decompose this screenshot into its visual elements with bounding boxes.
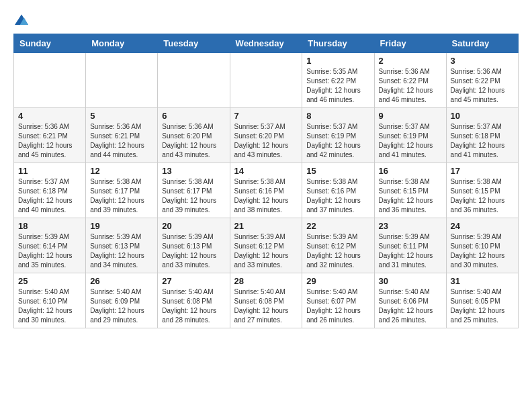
day-info: Sunrise: 5:40 AM Sunset: 6:06 PM Dayligh… xyxy=(379,287,442,325)
day-number: 28 xyxy=(234,276,298,286)
calendar-cell: 17Sunrise: 5:38 AM Sunset: 6:15 PM Dayli… xyxy=(446,163,518,218)
day-info: Sunrise: 5:40 AM Sunset: 6:05 PM Dayligh… xyxy=(451,287,514,325)
calendar-cell: 31Sunrise: 5:40 AM Sunset: 6:05 PM Dayli… xyxy=(446,273,518,328)
day-number: 29 xyxy=(306,276,369,286)
day-info: Sunrise: 5:38 AM Sunset: 6:16 PM Dayligh… xyxy=(234,177,298,215)
day-number: 7 xyxy=(234,111,298,121)
day-info: Sunrise: 5:37 AM Sunset: 6:19 PM Dayligh… xyxy=(306,122,369,160)
logo-icon xyxy=(13,13,30,27)
calendar-cell: 19Sunrise: 5:39 AM Sunset: 6:13 PM Dayli… xyxy=(86,218,158,273)
day-info: Sunrise: 5:39 AM Sunset: 6:12 PM Dayligh… xyxy=(234,232,298,270)
calendar-cell: 23Sunrise: 5:39 AM Sunset: 6:11 PM Dayli… xyxy=(374,218,446,273)
calendar-cell: 18Sunrise: 5:39 AM Sunset: 6:14 PM Dayli… xyxy=(14,218,86,273)
page-header xyxy=(13,13,519,27)
calendar-cell: 7Sunrise: 5:37 AM Sunset: 6:20 PM Daylig… xyxy=(230,108,302,163)
day-number: 12 xyxy=(90,166,153,176)
calendar-cell: 16Sunrise: 5:38 AM Sunset: 6:15 PM Dayli… xyxy=(374,163,446,218)
weekday-header-thursday: Thursday xyxy=(302,34,374,53)
weekday-header-saturday: Saturday xyxy=(446,34,518,53)
day-number: 23 xyxy=(379,221,442,231)
day-info: Sunrise: 5:39 AM Sunset: 6:13 PM Dayligh… xyxy=(162,232,225,270)
day-number: 21 xyxy=(234,221,298,231)
day-number: 4 xyxy=(18,111,81,121)
day-number: 19 xyxy=(90,221,153,231)
day-info: Sunrise: 5:37 AM Sunset: 6:18 PM Dayligh… xyxy=(451,122,514,160)
day-number: 30 xyxy=(379,276,442,286)
calendar-cell: 11Sunrise: 5:37 AM Sunset: 6:18 PM Dayli… xyxy=(14,163,86,218)
day-info: Sunrise: 5:36 AM Sunset: 6:20 PM Dayligh… xyxy=(162,122,225,160)
calendar-week-row: 11Sunrise: 5:37 AM Sunset: 6:18 PM Dayli… xyxy=(14,163,519,218)
day-number: 2 xyxy=(379,56,442,66)
day-info: Sunrise: 5:40 AM Sunset: 6:10 PM Dayligh… xyxy=(18,287,81,325)
day-number: 10 xyxy=(451,111,514,121)
logo xyxy=(13,13,32,27)
calendar-cell: 10Sunrise: 5:37 AM Sunset: 6:18 PM Dayli… xyxy=(446,108,518,163)
day-number: 27 xyxy=(162,276,225,286)
day-number: 14 xyxy=(234,166,298,176)
calendar-cell: 8Sunrise: 5:37 AM Sunset: 6:19 PM Daylig… xyxy=(302,108,374,163)
day-number: 17 xyxy=(451,166,514,176)
day-number: 20 xyxy=(162,221,225,231)
calendar-cell xyxy=(158,53,230,108)
weekday-header-wednesday: Wednesday xyxy=(230,34,302,53)
day-info: Sunrise: 5:36 AM Sunset: 6:22 PM Dayligh… xyxy=(379,67,442,105)
day-number: 31 xyxy=(451,276,514,286)
calendar-header-row: SundayMondayTuesdayWednesdayThursdayFrid… xyxy=(14,34,519,53)
calendar-week-row: 18Sunrise: 5:39 AM Sunset: 6:14 PM Dayli… xyxy=(14,218,519,273)
day-info: Sunrise: 5:39 AM Sunset: 6:10 PM Dayligh… xyxy=(451,232,514,270)
calendar-cell: 26Sunrise: 5:40 AM Sunset: 6:09 PM Dayli… xyxy=(86,273,158,328)
day-info: Sunrise: 5:37 AM Sunset: 6:20 PM Dayligh… xyxy=(234,122,298,160)
calendar-cell: 14Sunrise: 5:38 AM Sunset: 6:16 PM Dayli… xyxy=(230,163,302,218)
day-number: 5 xyxy=(90,111,153,121)
calendar-week-row: 1Sunrise: 5:35 AM Sunset: 6:22 PM Daylig… xyxy=(14,53,519,108)
calendar-cell: 30Sunrise: 5:40 AM Sunset: 6:06 PM Dayli… xyxy=(374,273,446,328)
day-number: 18 xyxy=(18,221,81,231)
calendar-cell: 21Sunrise: 5:39 AM Sunset: 6:12 PM Dayli… xyxy=(230,218,302,273)
day-number: 13 xyxy=(162,166,225,176)
day-info: Sunrise: 5:38 AM Sunset: 6:15 PM Dayligh… xyxy=(451,177,514,215)
calendar-cell: 20Sunrise: 5:39 AM Sunset: 6:13 PM Dayli… xyxy=(158,218,230,273)
day-info: Sunrise: 5:39 AM Sunset: 6:11 PM Dayligh… xyxy=(379,232,442,270)
calendar-cell xyxy=(230,53,302,108)
calendar-cell: 5Sunrise: 5:36 AM Sunset: 6:21 PM Daylig… xyxy=(86,108,158,163)
day-number: 11 xyxy=(18,166,81,176)
day-number: 16 xyxy=(379,166,442,176)
calendar: SundayMondayTuesdayWednesdayThursdayFrid… xyxy=(13,34,519,328)
calendar-cell: 24Sunrise: 5:39 AM Sunset: 6:10 PM Dayli… xyxy=(446,218,518,273)
day-number: 1 xyxy=(306,56,369,66)
calendar-cell: 22Sunrise: 5:39 AM Sunset: 6:12 PM Dayli… xyxy=(302,218,374,273)
day-info: Sunrise: 5:40 AM Sunset: 6:08 PM Dayligh… xyxy=(162,287,225,325)
weekday-header-monday: Monday xyxy=(86,34,158,53)
day-info: Sunrise: 5:38 AM Sunset: 6:15 PM Dayligh… xyxy=(379,177,442,215)
calendar-cell: 15Sunrise: 5:38 AM Sunset: 6:16 PM Dayli… xyxy=(302,163,374,218)
calendar-cell: 28Sunrise: 5:40 AM Sunset: 6:08 PM Dayli… xyxy=(230,273,302,328)
calendar-week-row: 4Sunrise: 5:36 AM Sunset: 6:21 PM Daylig… xyxy=(14,108,519,163)
day-info: Sunrise: 5:40 AM Sunset: 6:08 PM Dayligh… xyxy=(234,287,298,325)
calendar-cell: 1Sunrise: 5:35 AM Sunset: 6:22 PM Daylig… xyxy=(302,53,374,108)
day-info: Sunrise: 5:40 AM Sunset: 6:09 PM Dayligh… xyxy=(90,287,153,325)
calendar-cell: 29Sunrise: 5:40 AM Sunset: 6:07 PM Dayli… xyxy=(302,273,374,328)
day-number: 6 xyxy=(162,111,225,121)
calendar-cell: 25Sunrise: 5:40 AM Sunset: 6:10 PM Dayli… xyxy=(14,273,86,328)
calendar-week-row: 25Sunrise: 5:40 AM Sunset: 6:10 PM Dayli… xyxy=(14,273,519,328)
day-number: 26 xyxy=(90,276,153,286)
day-number: 9 xyxy=(379,111,442,121)
weekday-header-tuesday: Tuesday xyxy=(158,34,230,53)
day-info: Sunrise: 5:39 AM Sunset: 6:13 PM Dayligh… xyxy=(90,232,153,270)
day-info: Sunrise: 5:40 AM Sunset: 6:07 PM Dayligh… xyxy=(306,287,369,325)
day-info: Sunrise: 5:36 AM Sunset: 6:22 PM Dayligh… xyxy=(451,67,514,105)
day-info: Sunrise: 5:38 AM Sunset: 6:17 PM Dayligh… xyxy=(162,177,225,215)
day-info: Sunrise: 5:36 AM Sunset: 6:21 PM Dayligh… xyxy=(90,122,153,160)
day-info: Sunrise: 5:38 AM Sunset: 6:16 PM Dayligh… xyxy=(306,177,369,215)
calendar-cell xyxy=(14,53,86,108)
calendar-cell: 4Sunrise: 5:36 AM Sunset: 6:21 PM Daylig… xyxy=(14,108,86,163)
calendar-cell xyxy=(86,53,158,108)
day-info: Sunrise: 5:37 AM Sunset: 6:18 PM Dayligh… xyxy=(18,177,81,215)
day-info: Sunrise: 5:39 AM Sunset: 6:12 PM Dayligh… xyxy=(306,232,369,270)
day-info: Sunrise: 5:39 AM Sunset: 6:14 PM Dayligh… xyxy=(18,232,81,270)
day-info: Sunrise: 5:36 AM Sunset: 6:21 PM Dayligh… xyxy=(18,122,81,160)
day-number: 24 xyxy=(451,221,514,231)
calendar-cell: 9Sunrise: 5:37 AM Sunset: 6:19 PM Daylig… xyxy=(374,108,446,163)
calendar-cell: 12Sunrise: 5:38 AM Sunset: 6:17 PM Dayli… xyxy=(86,163,158,218)
day-info: Sunrise: 5:35 AM Sunset: 6:22 PM Dayligh… xyxy=(306,67,369,105)
